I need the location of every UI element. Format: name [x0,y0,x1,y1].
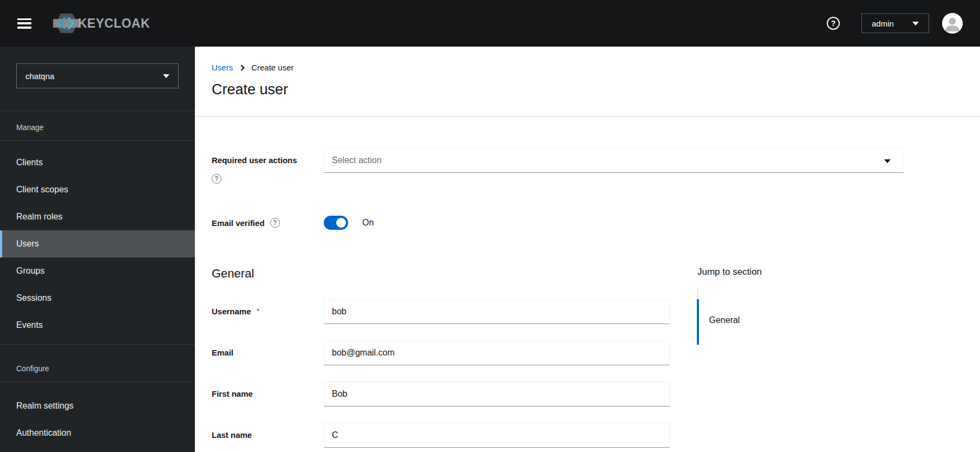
sidebar-item-events[interactable]: Events [0,312,195,339]
last-name-label-group: Last name [212,430,324,440]
sidebar-item-client-scopes[interactable]: Client scopes [0,176,195,203]
avatar[interactable] [942,13,963,34]
breadcrumb: Users Create user [212,63,964,72]
required-indicator: * [257,307,259,315]
keycloak-logo-icon [52,10,81,36]
nav-list-configure: Realm settings Authentication [0,382,195,447]
required-user-actions-select[interactable]: Select action [324,148,904,173]
sidebar-item-groups[interactable]: Groups [0,257,195,285]
create-user-form: Required user actions ? Select action Em… [195,117,980,448]
jump-links-panel: Jump to section General [697,267,762,345]
username-label: Username [212,307,251,316]
toggle-knob [336,218,346,228]
help-icon[interactable]: ? [827,17,840,30]
chevron-down-icon [163,74,169,78]
sidebar-item-clients[interactable]: Clients [0,149,195,176]
sidebar-item-sessions[interactable]: Sessions [0,285,195,312]
chevron-right-icon [239,64,245,70]
page-title: Create user [212,81,964,98]
general-fields: General Username * Email [212,267,670,448]
email-verified-row: Email verified ? On [212,216,980,230]
username-row: Username * [212,299,670,324]
email-verified-label-group: Email verified ? [212,218,324,228]
first-name-input[interactable] [324,382,670,406]
chevron-down-icon [912,22,919,25]
sidebar-nav: chatqna Manage Clients Client scopes Rea… [0,47,195,452]
sidebar-item-realm-roles[interactable]: Realm roles [0,203,195,230]
nav-group-title-manage: Manage [0,111,195,140]
email-verified-control: On [324,216,980,230]
masthead: KEYCLOAK ? admin [0,0,980,47]
section-heading-general: General [212,267,670,281]
main-content: Users Create user Create user Required u… [195,47,980,452]
sidebar-item-realm-settings[interactable]: Realm settings [0,392,195,419]
required-user-actions-label: Required user actions [212,156,297,165]
nav-list-manage: Clients Client scopes Realm roles Users … [0,141,195,339]
last-name-input[interactable] [324,423,670,448]
jump-link-general[interactable]: General [697,299,762,345]
last-name-label: Last name [212,430,252,440]
chevron-down-icon [884,159,891,163]
jump-links-title: Jump to section [697,267,762,277]
brand-text: KEYCLOAK [78,16,150,31]
email-label: Email [212,348,233,357]
realm-selector-value: chatqna [25,72,54,81]
email-row: Email [212,340,670,365]
jump-links-list: General [697,288,762,345]
email-input[interactable] [324,340,670,365]
required-user-actions-row: Required user actions ? Select action [212,148,980,184]
required-user-actions-label-group: Required user actions ? [212,148,324,184]
keycloak-admin-console: KEYCLOAK ? admin chatqna [0,0,980,452]
select-placeholder: Select action [332,156,382,165]
email-verified-toggle[interactable] [324,216,348,230]
help-icon[interactable]: ? [270,218,280,228]
realm-selector-dropdown[interactable]: chatqna [16,63,179,88]
help-icon[interactable]: ? [212,174,221,184]
nav-toggle-hamburger-icon[interactable] [17,18,31,29]
sidebar-item-users[interactable]: Users [0,230,195,257]
sidebar-item-authentication[interactable]: Authentication [0,419,195,447]
last-name-row: Last name [212,423,670,448]
email-verified-label: Email verified [212,218,265,228]
keycloak-logo[interactable]: KEYCLOAK [52,10,150,36]
email-verified-state: On [362,218,374,228]
breadcrumb-link-users[interactable]: Users [212,63,233,72]
first-name-label-group: First name [212,389,324,399]
user-menu-label: admin [872,19,894,28]
general-section: General Username * Email [212,267,980,448]
page-header: Users Create user Create user [195,47,980,117]
nav-group-title-configure: Configure [0,345,195,382]
person-icon [942,13,963,34]
user-menu-dropdown[interactable]: admin [861,14,929,33]
masthead-actions: ? admin [827,13,963,34]
email-label-group: Email [212,348,324,358]
username-label-group: Username * [212,307,324,317]
first-name-label: First name [212,389,253,398]
first-name-row: First name [212,382,670,406]
username-input[interactable] [324,299,670,324]
breadcrumb-current: Create user [251,63,293,72]
